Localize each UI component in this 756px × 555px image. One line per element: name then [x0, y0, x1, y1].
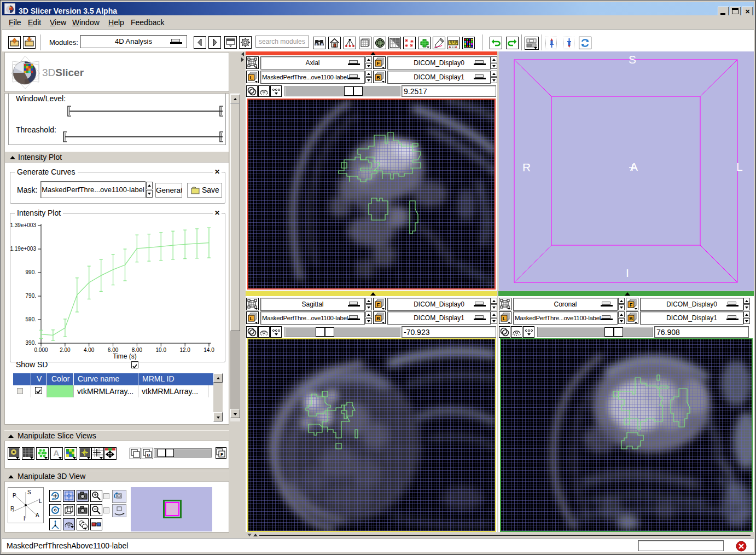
svg-text:F: F [630, 302, 633, 308]
svg-text:L: L [250, 75, 253, 80]
svg-text:A: A [630, 160, 638, 173]
svg-text:B: B [629, 316, 633, 321]
svg-text:790.: 790. [26, 293, 36, 299]
svg-text:4.00: 4.00 [84, 347, 95, 353]
svg-text:S: S [27, 489, 31, 495]
svg-text:L: L [250, 316, 253, 321]
svg-text:A: A [54, 448, 60, 458]
svg-text:L: L [503, 316, 506, 321]
svg-text:590.: 590. [26, 316, 36, 322]
svg-text:990.: 990. [26, 269, 36, 275]
svg-text:B: B [376, 75, 380, 80]
svg-text:F: F [220, 452, 223, 457]
svg-text:10.0: 10.0 [156, 347, 167, 353]
svg-text:I: I [24, 516, 25, 522]
svg-text:R: R [10, 506, 14, 512]
svg-text:390.: 390. [26, 340, 36, 346]
svg-text:Time (s): Time (s) [113, 352, 137, 360]
svg-text:14.0: 14.0 [203, 347, 214, 353]
svg-text:R: R [522, 161, 531, 174]
svg-text:F: F [377, 302, 380, 308]
svg-text:12.0: 12.0 [179, 347, 190, 353]
svg-text:S: S [629, 53, 636, 66]
svg-text:1.39e+003: 1.39e+003 [10, 222, 36, 228]
svg-text:A: A [36, 512, 39, 518]
svg-text:B: B [376, 316, 380, 321]
svg-text:0.000: 0.000 [34, 347, 48, 353]
svg-text:L: L [39, 498, 42, 504]
svg-text:B: B [147, 453, 150, 458]
svg-text:L: L [736, 160, 743, 173]
svg-text:F: F [377, 61, 380, 66]
svg-text:I: I [626, 267, 629, 279]
svg-text:P: P [13, 493, 16, 499]
svg-text:2.00: 2.00 [60, 347, 71, 353]
svg-text:1.19e+003: 1.19e+003 [10, 246, 36, 252]
